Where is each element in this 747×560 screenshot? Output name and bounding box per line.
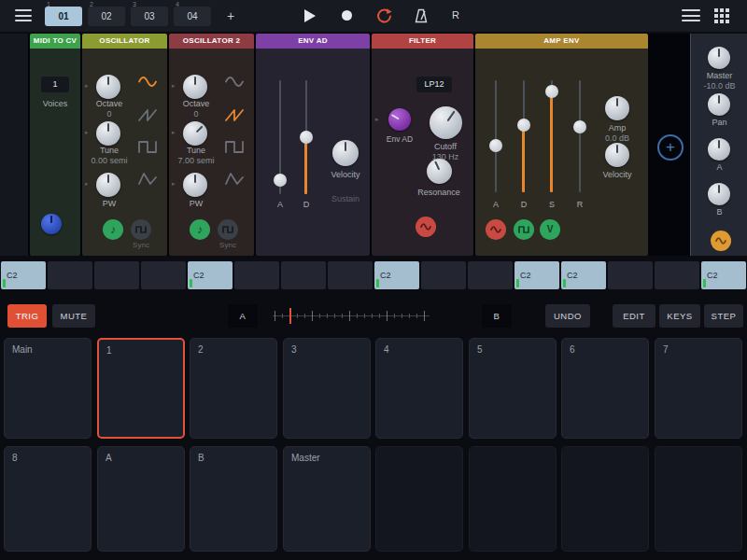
- edit-button[interactable]: EDIT: [613, 304, 655, 328]
- pad-empty[interactable]: [561, 446, 649, 552]
- key-cell[interactable]: C2: [1, 261, 46, 289]
- pan-knob[interactable]: [708, 93, 730, 116]
- sync-button[interactable]: [218, 219, 238, 240]
- play-button[interactable]: [304, 9, 316, 22]
- amp-knob[interactable]: [605, 96, 629, 120]
- pattern-tab-04[interactable]: 04: [174, 7, 211, 26]
- key-cell[interactable]: [655, 261, 699, 289]
- note-trigger-button[interactable]: ♪: [103, 219, 123, 240]
- step-button[interactable]: STEP: [704, 304, 743, 328]
- velocity-source-button[interactable]: V: [540, 219, 560, 240]
- waveform-square-button[interactable]: [138, 140, 157, 152]
- track-strip[interactable]: [0, 34, 28, 256]
- group-b-button[interactable]: B: [482, 304, 512, 328]
- octave-value: 0: [82, 109, 136, 119]
- trig-button[interactable]: TRIG: [7, 304, 47, 328]
- key-cell[interactable]: C2: [701, 261, 746, 289]
- key-cell[interactable]: [608, 261, 653, 289]
- attack-slider[interactable]: [274, 80, 287, 194]
- waveform-triangle-button[interactable]: [225, 172, 244, 184]
- decay-slider[interactable]: [300, 80, 313, 194]
- pw-knob[interactable]: [183, 173, 207, 197]
- pad-empty[interactable]: [655, 446, 742, 552]
- waveform-triangle-button[interactable]: [138, 172, 157, 184]
- key-cell[interactable]: [328, 261, 373, 289]
- pad-3[interactable]: 3: [283, 338, 371, 439]
- tune-knob[interactable]: [183, 121, 207, 146]
- voices-value[interactable]: 1: [41, 77, 69, 92]
- pad-1[interactable]: 1: [97, 338, 185, 439]
- add-module-button[interactable]: +: [657, 134, 684, 161]
- tune-knob[interactable]: [96, 121, 120, 146]
- pad-master[interactable]: Master: [283, 446, 371, 552]
- env-ad-amount-knob[interactable]: [388, 108, 411, 131]
- release-slider[interactable]: [573, 80, 586, 192]
- key-cell[interactable]: [421, 261, 466, 289]
- sustain-slider[interactable]: [545, 80, 558, 192]
- send-b-knob[interactable]: [708, 183, 730, 205]
- waveform-sine-button[interactable]: [138, 75, 157, 87]
- pad-2[interactable]: 2: [190, 338, 277, 439]
- pw-knob[interactable]: [96, 173, 120, 197]
- pad-8[interactable]: 8: [4, 446, 92, 552]
- decay-slider[interactable]: [517, 80, 530, 192]
- record-button[interactable]: [342, 10, 352, 21]
- waveform-saw-button[interactable]: [138, 108, 157, 120]
- resonance-knob[interactable]: [427, 159, 452, 184]
- pattern-tab-01[interactable]: 01: [45, 7, 82, 26]
- pattern-position-slider[interactable]: [273, 304, 430, 328]
- menu-icon[interactable]: [15, 9, 32, 21]
- key-cell[interactable]: [48, 261, 92, 289]
- octave-knob[interactable]: [96, 75, 120, 99]
- sync-button[interactable]: [131, 219, 151, 240]
- key-cell[interactable]: [281, 261, 326, 289]
- octave-knob[interactable]: [183, 75, 207, 99]
- pad-main[interactable]: Main: [4, 338, 92, 439]
- waveform-sine-button[interactable]: [225, 75, 244, 87]
- output-signal-button[interactable]: [711, 231, 731, 251]
- filter-mode-select[interactable]: LP12: [416, 77, 452, 92]
- pad-b[interactable]: B: [190, 446, 277, 552]
- pad-4[interactable]: 4: [375, 338, 463, 439]
- pattern-tab-03[interactable]: 03: [131, 7, 168, 26]
- undo-button[interactable]: UNDO: [545, 304, 590, 328]
- note-trigger-button[interactable]: ♪: [190, 219, 210, 240]
- mixer-menu-icon[interactable]: [682, 9, 700, 21]
- pad-a[interactable]: A: [97, 446, 185, 552]
- env-signal-button[interactable]: [486, 219, 506, 240]
- group-a-button[interactable]: A: [228, 304, 258, 328]
- key-cell[interactable]: C2: [514, 261, 559, 289]
- grid-view-icon[interactable]: [713, 7, 730, 28]
- pad-5[interactable]: 5: [469, 338, 557, 439]
- key-cell[interactable]: [468, 261, 513, 289]
- key-cell[interactable]: [141, 261, 186, 289]
- cutoff-knob[interactable]: [430, 106, 462, 139]
- send-a-knob[interactable]: [708, 138, 730, 161]
- waveform-square-button[interactable]: [225, 140, 244, 152]
- add-pattern-button[interactable]: +: [218, 7, 243, 26]
- pad-empty[interactable]: [375, 446, 463, 552]
- velocity-knob[interactable]: [332, 140, 359, 166]
- slider-cursor[interactable]: [289, 308, 291, 324]
- pad-6[interactable]: 6: [561, 338, 649, 439]
- key-cell[interactable]: [234, 261, 279, 289]
- mute-button[interactable]: MUTE: [52, 304, 95, 328]
- pattern-tab-02[interactable]: 02: [88, 7, 125, 26]
- key-cell[interactable]: C2: [188, 261, 233, 289]
- key-cell[interactable]: [94, 261, 139, 289]
- key-cell[interactable]: C2: [561, 261, 606, 289]
- key-cell[interactable]: C2: [374, 261, 419, 289]
- velocity-knob[interactable]: [605, 143, 629, 167]
- loop-button[interactable]: [375, 7, 392, 28]
- waveform-saw-button[interactable]: [225, 108, 244, 120]
- filter-signal-button[interactable]: [416, 217, 436, 237]
- master-volume-knob[interactable]: [708, 47, 730, 69]
- keys-button[interactable]: KEYS: [659, 304, 700, 328]
- gate-button[interactable]: [514, 219, 534, 240]
- pad-7[interactable]: 7: [655, 338, 742, 439]
- record-mode-label[interactable]: R: [452, 9, 459, 21]
- metronome-button[interactable]: [413, 7, 430, 28]
- pad-empty[interactable]: [469, 446, 557, 552]
- midi-cv-knob[interactable]: [41, 214, 62, 234]
- attack-slider[interactable]: [489, 80, 502, 192]
